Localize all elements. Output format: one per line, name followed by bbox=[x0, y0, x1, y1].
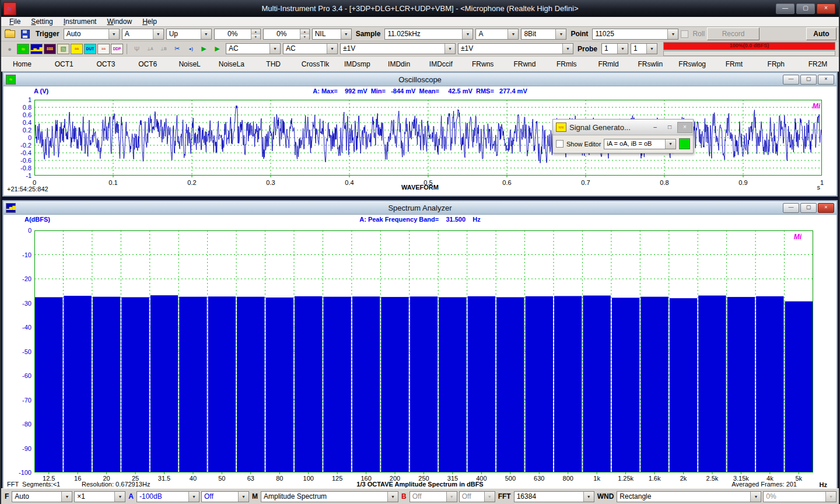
generator-run-button[interactable] bbox=[679, 138, 690, 149]
signal-generator-titlebar[interactable]: ≈≈ Signal Generato... – □ × bbox=[553, 120, 693, 135]
b-processing-combo[interactable]: Off▼ bbox=[459, 491, 495, 502]
derived-data-curves-icon[interactable]: ≈≈ bbox=[97, 44, 110, 54]
ddp-viewer-icon[interactable]: DDP bbox=[111, 44, 123, 54]
maximize-button[interactable]: ▢ bbox=[800, 75, 817, 85]
chevron-down-icon[interactable]: ▼ bbox=[562, 44, 573, 54]
window-function-combo[interactable]: Rectangle▼ bbox=[617, 491, 761, 502]
minimize-button[interactable]: – bbox=[648, 123, 662, 132]
fft-size-combo[interactable]: 16384▼ bbox=[514, 491, 594, 502]
frequency-axis-combo[interactable]: Auto▼ bbox=[12, 491, 72, 502]
tab-frswlog[interactable]: FRswlog bbox=[671, 60, 713, 68]
coupling-a-combo[interactable]: AC▼ bbox=[226, 43, 281, 54]
spectrum-plot[interactable] bbox=[34, 230, 813, 475]
multiplier-combo[interactable]: ×1▼ bbox=[74, 491, 125, 502]
tab-oct1[interactable]: OCT1 bbox=[43, 60, 85, 68]
range-b-combo[interactable]: ±1V▼ bbox=[458, 43, 573, 54]
oscilloscope-plot[interactable] bbox=[34, 100, 822, 178]
tab-oct3[interactable]: OCT3 bbox=[85, 60, 127, 68]
menu-item-setting[interactable]: Setting bbox=[26, 18, 57, 26]
record-indicator-icon[interactable]: ● bbox=[4, 44, 16, 54]
tab-fr2m[interactable]: FR2M bbox=[797, 60, 839, 68]
main-titlebar[interactable]: ≈ Multi-Instrument Pro 3.4 - [+3DP+DLG+L… bbox=[1, 0, 839, 17]
speaker-icon[interactable]: ◄) bbox=[184, 44, 197, 54]
menu-item-window[interactable]: Window bbox=[102, 18, 136, 26]
a-range-combo[interactable]: -100dB▼ bbox=[136, 491, 200, 502]
tab-frmls[interactable]: FRmls bbox=[545, 60, 587, 68]
trigger-delay-spinner[interactable]: 0%▲▼ bbox=[263, 29, 310, 40]
minimize-button[interactable]: — bbox=[783, 75, 799, 85]
maximize-button[interactable]: ▢ bbox=[796, 4, 815, 14]
trigger-level-spinner[interactable]: 0%▲▼ bbox=[214, 29, 261, 40]
tab-home[interactable]: Home bbox=[1, 60, 43, 68]
spectrum-3d-plot-icon[interactable]: ▧ bbox=[57, 44, 69, 54]
tab-crosstlk[interactable]: CrossTlk bbox=[295, 60, 337, 68]
tab-frwns[interactable]: FRwns bbox=[462, 60, 504, 68]
tab-oct6[interactable]: OCT6 bbox=[127, 60, 169, 68]
chevron-down-icon[interactable]: ▼ bbox=[270, 44, 280, 54]
overlap-combo[interactable]: 0%▼ bbox=[763, 491, 836, 502]
chevron-down-icon[interactable]: ▼ bbox=[341, 29, 351, 39]
record-button[interactable]: Record bbox=[707, 27, 760, 40]
signal-generator-icon[interactable]: ≈≈ bbox=[71, 44, 83, 54]
tab-noisel[interactable]: NoiseL bbox=[169, 60, 211, 68]
a-processing-combo[interactable]: Off▼ bbox=[201, 491, 249, 502]
range-a-combo[interactable]: ±1V▼ bbox=[340, 43, 456, 54]
tab-frmt[interactable]: FRmt bbox=[713, 60, 755, 68]
chevron-down-icon[interactable]: ▼ bbox=[153, 29, 163, 39]
record-length-combo[interactable]: 11025▼ bbox=[592, 29, 678, 40]
chevron-down-icon[interactable]: ▼ bbox=[667, 29, 678, 39]
chevron-down-icon[interactable]: ▼ bbox=[238, 492, 249, 502]
chevron-down-icon[interactable]: ▼ bbox=[555, 29, 566, 39]
tab-imddin[interactable]: IMDdin bbox=[378, 60, 420, 68]
mode-combo[interactable]: Amplitude Spectrum▼ bbox=[261, 491, 398, 502]
spectrum-titlebar[interactable]: ▂▅▇ Spectrum Analyzer — ▢ × bbox=[4, 201, 836, 215]
chevron-down-icon[interactable]: ▼ bbox=[188, 492, 199, 502]
spin-up-icon[interactable]: ▲ bbox=[251, 29, 260, 34]
microphone-icon[interactable]: Ψ bbox=[131, 44, 143, 54]
chevron-down-icon[interactable]: ▼ bbox=[665, 139, 676, 149]
trigger-hpf-combo[interactable]: NIL▼ bbox=[312, 29, 352, 40]
chevron-down-icon[interactable]: ▼ bbox=[484, 492, 495, 502]
auto-scaling-button[interactable]: Auto bbox=[806, 27, 836, 40]
show-editor-checkbox[interactable] bbox=[556, 140, 564, 148]
chevron-down-icon[interactable]: ▼ bbox=[201, 29, 211, 39]
tab-thd[interactable]: THD bbox=[253, 60, 295, 68]
tab-noisela[interactable]: NoiseLa bbox=[211, 60, 253, 68]
run-loop-icon[interactable]: ▶ bbox=[211, 44, 223, 54]
chevron-down-icon[interactable]: ▼ bbox=[825, 492, 836, 502]
bit-resolution-combo[interactable]: 8Bit▼ bbox=[521, 29, 566, 40]
restore-button[interactable]: □ bbox=[663, 123, 677, 132]
probe-a-combo[interactable]: 1▼ bbox=[601, 43, 628, 54]
chevron-down-icon[interactable]: ▼ bbox=[750, 492, 761, 502]
close-button[interactable]: × bbox=[818, 203, 834, 213]
multimeter-icon[interactable]: 888 bbox=[44, 44, 56, 54]
spin-down-icon[interactable]: ▼ bbox=[300, 34, 309, 40]
ground-b-icon[interactable]: ⊥B bbox=[158, 44, 170, 54]
chevron-down-icon[interactable]: ▼ bbox=[444, 44, 455, 54]
chevron-down-icon[interactable]: ▼ bbox=[61, 492, 72, 502]
chevron-down-icon[interactable]: ▼ bbox=[114, 492, 125, 502]
chevron-down-icon[interactable]: ▼ bbox=[462, 29, 473, 39]
sampling-channel-combo[interactable]: A▼ bbox=[475, 29, 519, 40]
chevron-down-icon[interactable]: ▼ bbox=[617, 44, 628, 54]
spin-down-icon[interactable]: ▼ bbox=[251, 34, 260, 40]
trigger-edge-combo[interactable]: Up▼ bbox=[166, 29, 212, 40]
maximize-button[interactable]: ▢ bbox=[800, 203, 817, 213]
generator-mode-combo[interactable]: iA = oA, iB = oB▼ bbox=[604, 139, 676, 149]
chevron-down-icon[interactable]: ▼ bbox=[108, 29, 119, 39]
minimize-button[interactable]: — bbox=[783, 203, 799, 213]
menu-item-help[interactable]: Help bbox=[138, 18, 162, 26]
close-button[interactable]: × bbox=[677, 122, 692, 133]
trigger-source-combo[interactable]: A▼ bbox=[122, 29, 164, 40]
chevron-down-icon[interactable]: ▼ bbox=[508, 29, 518, 39]
chevron-down-icon[interactable]: ▼ bbox=[583, 492, 594, 502]
ground-a-icon[interactable]: ⊥A bbox=[144, 44, 156, 54]
run-icon[interactable]: ▶ bbox=[198, 44, 210, 54]
roll-checkbox[interactable] bbox=[681, 30, 688, 38]
oscilloscope-icon[interactable]: ≈ bbox=[17, 44, 29, 54]
sampling-rate-combo[interactable]: 11.025kHz▼ bbox=[384, 29, 473, 40]
spin-up-icon[interactable]: ▲ bbox=[300, 29, 309, 34]
tab-frwnd[interactable]: FRwnd bbox=[504, 60, 546, 68]
tab-imdccif[interactable]: IMDccif bbox=[420, 60, 462, 68]
menu-item-instrument[interactable]: Instrument bbox=[59, 18, 102, 26]
